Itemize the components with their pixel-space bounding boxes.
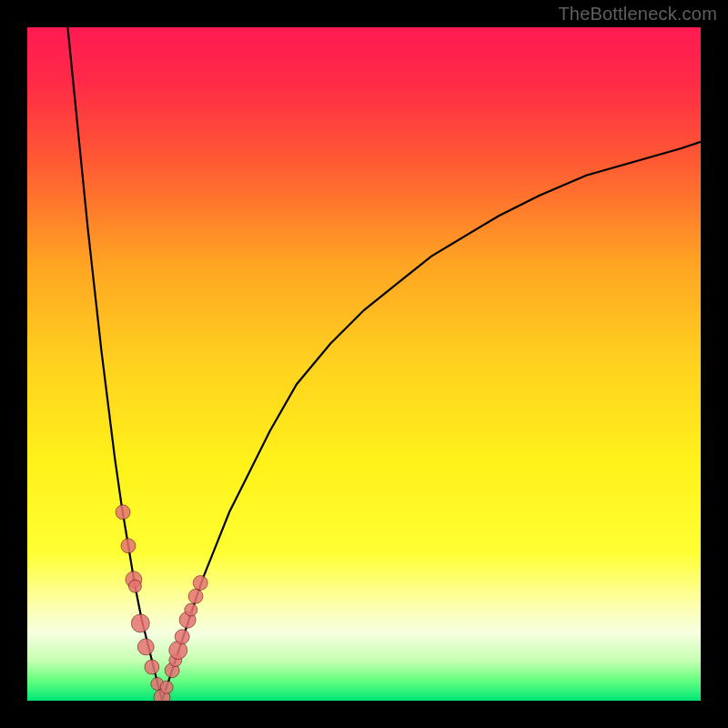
chart-frame: TheBottleneck.com bbox=[0, 0, 728, 728]
data-marker bbox=[175, 630, 189, 644]
data-marker bbox=[145, 660, 159, 674]
bottleneck-chart bbox=[0, 0, 728, 728]
gradient-background bbox=[27, 27, 701, 701]
data-marker bbox=[137, 639, 154, 655]
data-marker bbox=[185, 603, 197, 616]
watermark-text: TheBottleneck.com bbox=[558, 4, 717, 25]
data-marker bbox=[160, 681, 173, 693]
data-marker bbox=[116, 505, 130, 520]
data-marker bbox=[121, 539, 136, 553]
data-marker bbox=[131, 614, 149, 632]
data-marker bbox=[193, 576, 207, 591]
data-marker bbox=[128, 580, 141, 592]
data-marker bbox=[188, 589, 203, 603]
